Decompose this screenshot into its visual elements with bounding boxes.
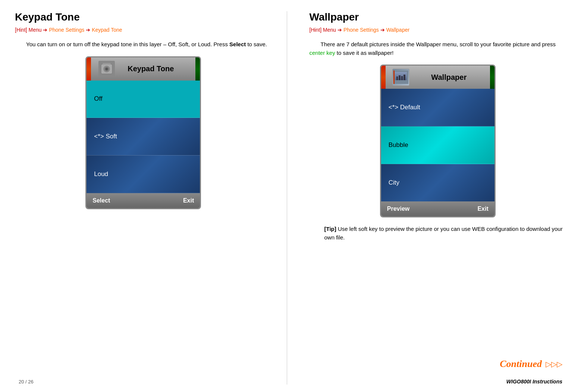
left-indicator-bar xyxy=(87,57,91,81)
keypad-phone-header: Keypad Tone xyxy=(87,57,200,81)
svg-rect-10 xyxy=(401,76,403,80)
tip-section: [Tip] Use left soft key to preview the p… xyxy=(310,225,566,242)
wallpaper-phone-wrapper: Wallpaper <*> Default Bubble xyxy=(310,65,566,217)
wallpaper-icon-svg xyxy=(393,70,408,84)
wallpaper-header-icon xyxy=(392,69,409,86)
left-body-text: You can turn on or turn off the keypad t… xyxy=(15,40,272,49)
right-indicator-bar-keypad xyxy=(195,57,200,81)
keypad-item-off[interactable]: Off xyxy=(87,81,200,118)
brand-text: WIGO800I Instructions xyxy=(506,379,562,385)
right-link2: Wallpaper xyxy=(386,27,410,33)
keypad-phone-title: Keypad Tone xyxy=(115,65,186,73)
right-body2: to save it as wallpaper! xyxy=(335,50,394,56)
left-arrow2: ➔ xyxy=(86,27,90,33)
svg-point-3 xyxy=(106,68,107,70)
keypad-bottom-select[interactable]: Select xyxy=(92,197,110,204)
svg-rect-8 xyxy=(396,76,398,80)
page-number: 20 / 26 xyxy=(19,379,34,385)
keypad-header-icon xyxy=(98,61,115,77)
wallpaper-item-city[interactable]: City xyxy=(381,164,494,201)
right-title: Wallpaper xyxy=(310,11,566,23)
keypad-item-soft-label: <*> Soft xyxy=(94,133,117,140)
wallpaper-item-default-label: <*> Default xyxy=(389,104,420,111)
center-key-text: center key xyxy=(310,50,335,56)
continued-text: Continued xyxy=(500,358,542,370)
right-section: Wallpaper [Hint] Menu ➔ Phone Settings ➔… xyxy=(287,11,566,385)
wallpaper-bottom-preview[interactable]: Preview xyxy=(387,206,409,212)
keypad-menu-body: Off <*> Soft Loud xyxy=(87,81,200,193)
left-link2: Keypad Tone xyxy=(92,27,122,33)
left-bold: Select xyxy=(229,41,246,47)
wallpaper-left-bar xyxy=(381,66,386,89)
keypad-icon-svg xyxy=(100,62,114,76)
svg-rect-4 xyxy=(103,63,111,65)
left-hint: [Hint] Menu ➔ Phone Settings ➔ Keypad To… xyxy=(15,27,272,33)
page-footer: 20 / 26 xyxy=(19,379,34,385)
left-arrow1: ➔ xyxy=(43,27,47,33)
wallpaper-menu-body: <*> Default Bubble City xyxy=(381,89,494,201)
wallpaper-phone-screen: Wallpaper <*> Default Bubble xyxy=(380,65,496,217)
right-link1: Phone Settings xyxy=(343,27,379,33)
right-arrow2: ➔ xyxy=(380,27,385,33)
tip-text: Use left soft key to preview the picture… xyxy=(324,226,563,241)
wallpaper-phone-header: Wallpaper xyxy=(381,66,494,89)
right-arrow1: ➔ xyxy=(337,27,342,33)
wallpaper-bottom-bar: Preview Exit xyxy=(381,201,494,216)
left-hint-prefix: [Hint] Menu xyxy=(15,27,42,33)
left-section: Keypad Tone [Hint] Menu ➔ Phone Settings… xyxy=(15,11,287,385)
svg-rect-12 xyxy=(393,70,395,84)
svg-rect-9 xyxy=(399,75,401,80)
wallpaper-right-bar xyxy=(490,66,494,89)
left-body1: You can turn on or turn off the keypad t… xyxy=(26,41,229,47)
continued-arrows: ▷▷▷ xyxy=(546,360,562,369)
right-hint: [Hint] Menu ➔ Phone Settings ➔ Wallpaper xyxy=(310,27,566,33)
wallpaper-item-bubble[interactable]: Bubble xyxy=(381,126,494,164)
right-hint-prefix: [Hint] Menu xyxy=(310,27,336,33)
tip-label: [Tip] xyxy=(324,226,336,232)
keypad-item-off-label: Off xyxy=(94,95,102,103)
wallpaper-item-city-label: City xyxy=(389,179,399,186)
right-body-text: There are 7 default pictures inside the … xyxy=(310,40,566,57)
keypad-header-content: Keypad Tone xyxy=(92,61,194,77)
keypad-item-soft[interactable]: <*> Soft xyxy=(87,118,200,156)
left-title: Keypad Tone xyxy=(15,11,272,23)
left-body2: to save. xyxy=(246,41,267,47)
wallpaper-item-bubble-label: Bubble xyxy=(389,141,408,149)
wallpaper-header-inner: Wallpaper xyxy=(387,69,489,86)
continued-section: Continued ▷▷▷ xyxy=(500,358,562,370)
right-body1: There are 7 default pictures inside the … xyxy=(321,41,556,47)
wallpaper-phone-title: Wallpaper xyxy=(409,73,489,82)
wallpaper-item-default[interactable]: <*> Default xyxy=(381,89,494,126)
keypad-item-loud-label: Loud xyxy=(94,170,108,178)
svg-rect-11 xyxy=(403,75,405,80)
wallpaper-bottom-exit[interactable]: Exit xyxy=(477,206,488,212)
keypad-phone-screen: Keypad Tone Off <*> Soft L xyxy=(85,56,201,209)
left-link1: Phone Settings xyxy=(49,27,84,33)
wigo-brand: WIGO800I Instructions xyxy=(506,379,562,385)
keypad-bottom-exit[interactable]: Exit xyxy=(183,197,194,204)
keypad-item-loud[interactable]: Loud xyxy=(87,156,200,193)
keypad-phone-wrapper: Keypad Tone Off <*> Soft L xyxy=(15,56,272,209)
keypad-bottom-bar: Select Exit xyxy=(87,193,200,208)
